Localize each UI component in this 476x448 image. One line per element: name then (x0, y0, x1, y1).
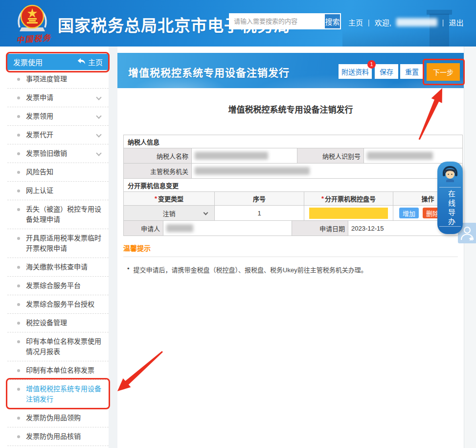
page: 中国税务 国家税务总局北京市电子税务局 搜索 主页 | 欢迎, | 退出 发票使… (0, 0, 476, 448)
machine-table-header: * 变更类型 序号 * 分开票机税控盘号 操作 (124, 191, 462, 205)
redacted-text (166, 224, 193, 232)
search-input[interactable] (230, 14, 324, 28)
authority-label: 主管税务机关 (124, 164, 191, 178)
col-change-type: * 变更类型 (124, 192, 214, 205)
sidebar-items: 事项进度管理 发票申请 发票领用 发票代开 发票验旧缴销 (7, 70, 109, 446)
logout-link[interactable]: 退出 (449, 17, 463, 27)
home-link[interactable]: 主页 (348, 17, 363, 27)
sidebar-item[interactable]: 发票验旧缴销 (7, 144, 109, 163)
taxpayer-id-label: 纳税人识别号 (297, 148, 363, 163)
sidebar-item[interactable]: 丢失（被盗）税控专用设备处理申请 (7, 200, 109, 229)
tips-title: 温馨提示 (123, 243, 458, 253)
applicant-label: 申请人 (124, 221, 163, 236)
sidebar-item[interactable]: 海关缴款书核查申请 (7, 258, 109, 277)
taxpayer-name-label: 纳税人名称 (124, 148, 191, 163)
nav-divider: | (368, 19, 370, 26)
serial-value: 1 (214, 206, 304, 220)
sidebar-item[interactable]: 发票综合服务平台 (7, 277, 109, 295)
sidebar-item[interactable]: 发票防伪用品核销 (7, 427, 109, 446)
header: 中国税务 国家税务总局北京市电子税务局 搜索 主页 | 欢迎, | 退出 (0, 0, 476, 47)
bullet-icon (17, 134, 20, 137)
sidebar-item[interactable]: 发票领用 (7, 107, 109, 126)
bullet-icon (17, 237, 20, 240)
next-step-button[interactable]: 下一步 (427, 63, 460, 81)
bullet-icon (17, 115, 20, 118)
main-content: 增值税税控系统专用设备注销发行 纳税人信息 纳税人名称 纳税人识别号 主管税务机… (117, 88, 464, 448)
back-arrow-icon (77, 58, 86, 66)
bullet-icon (17, 322, 20, 325)
great-wall-decoration (342, 29, 476, 47)
redacted-username (396, 18, 437, 26)
bullet-icon (17, 266, 20, 269)
applicant-value (163, 221, 292, 236)
sidebar-main-gutter (109, 47, 117, 448)
right-gutter (464, 47, 476, 448)
sidebar-item-current[interactable]: 增值税税控系统专用设备注销发行 (7, 380, 109, 409)
sidebar-item[interactable]: 发票代开 (7, 126, 109, 144)
online-guide-panel[interactable]: 在线导办 (437, 162, 463, 234)
sidebar-item[interactable]: 事项进度管理 (7, 70, 109, 89)
search-button[interactable]: 搜索 (324, 14, 340, 28)
bullet-icon (17, 369, 20, 372)
attach-badge: 1 (367, 60, 376, 69)
bullet-icon (17, 435, 20, 438)
sidebar-item[interactable]: 印有本单位名称发票使用情况月报表 (7, 332, 109, 361)
taxpayer-row: 纳税人名称 纳税人识别号 (124, 148, 462, 163)
bullet-icon (17, 303, 20, 306)
bullet-icon (17, 340, 20, 343)
redacted-text (367, 152, 433, 160)
sidebar-header: 发票使用 主页 (7, 54, 109, 70)
bullet-icon (17, 96, 20, 99)
form-title: 增值税税控系统专用设备注销发行 (117, 103, 464, 115)
tips-divider (123, 257, 458, 257)
sidebar-title: 发票使用 (13, 57, 77, 67)
header-nav: 主页 | 欢迎, | 退出 (348, 17, 473, 27)
search-group: 搜索 (229, 13, 341, 29)
page-banner: 增值税税控系统专用设备注销发行 附送资料 1 保存 重置 下一步 (117, 53, 464, 88)
authority-value (191, 164, 462, 178)
sidebar-item[interactable]: 税控设备管理 (7, 314, 109, 332)
required-mark: * (155, 195, 157, 202)
divider (439, 187, 461, 188)
sidebar-item[interactable]: 发票综合服务平台授权 (7, 295, 109, 314)
applicant-row: 申请人 申请日期 2023-12-15 (124, 220, 462, 236)
sidebar-item[interactable]: 印制有本单位名称发票 (7, 361, 109, 380)
bullet-icon (17, 208, 20, 211)
bullet-icon (17, 152, 20, 155)
sidebar: 发票使用 主页 事项进度管理 发票申请 发票领用 (7, 54, 109, 446)
logo-caption: 中国税务 (11, 31, 56, 46)
bullet-icon (17, 171, 20, 174)
col-serial: 序号 (214, 192, 304, 205)
taxpayer-name-value (191, 148, 297, 163)
bullet-icon (17, 189, 20, 192)
nav-divider: | (442, 19, 444, 26)
sidebar-item[interactable]: 发票申请 (7, 89, 109, 107)
sidebar-item[interactable]: 开具原适用税率发票临时开票权限申请 (7, 229, 109, 258)
customer-service-avatar-icon (441, 165, 459, 187)
tip-bullet: • (127, 265, 130, 274)
bullet-icon (17, 284, 20, 287)
machine-section-title: 分开票机信息变更 (124, 179, 462, 191)
save-button[interactable]: 保存 (375, 64, 398, 79)
sidebar-item[interactable]: 风险告知 (7, 163, 109, 182)
sidebar-item[interactable]: 发票防伪用品领购 (7, 409, 109, 427)
machine-data-row: 注销 1 增加 删除 (124, 205, 462, 220)
welcome-label: 欢迎, (375, 17, 391, 27)
disk-no-input[interactable] (309, 208, 388, 219)
page-title: 增值税税控系统专用设备注销发行 (128, 65, 290, 79)
taxpayer-section-row: 纳税人信息 (124, 135, 462, 148)
change-type-select[interactable]: 注销 (124, 206, 214, 220)
application-form: 纳税人信息 纳税人名称 纳税人识别号 主管税务机关 分开票机信息变更 (123, 135, 463, 236)
taxpayer-section-title: 纳税人信息 (124, 135, 462, 148)
bullet-icon (17, 388, 20, 391)
reset-button[interactable]: 重置 (400, 64, 424, 79)
sidebar-home-link[interactable]: 主页 (77, 57, 103, 67)
disk-no-cell (304, 206, 393, 220)
attach-materials-button[interactable]: 附送资料 (339, 64, 372, 79)
bullet-icon (17, 78, 20, 81)
redacted-text (195, 167, 310, 175)
sidebar-item[interactable]: 网上认证 (7, 182, 109, 200)
authority-row: 主管税务机关 (124, 163, 462, 178)
add-row-button[interactable]: 增加 (399, 208, 419, 218)
tip-item: • 提交申请后，请携带金税盘（税控盘）、报税盘、税务Ukey前往主管税务机关办理… (123, 265, 458, 274)
